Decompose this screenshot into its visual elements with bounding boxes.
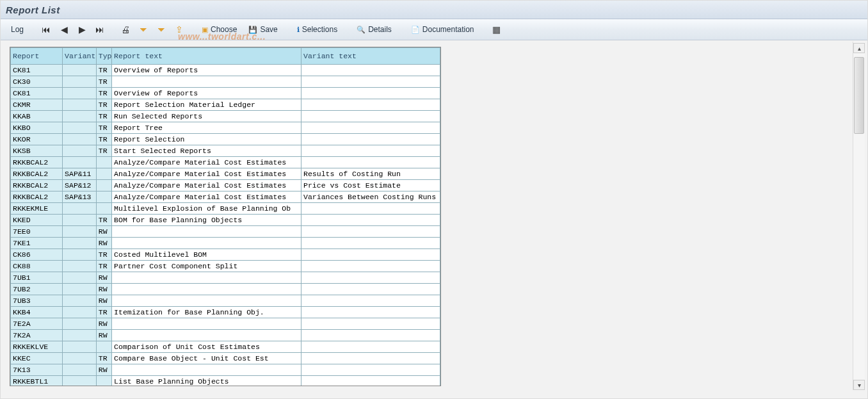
- table-cell: [96, 180, 111, 191]
- scroll-up-arrow-icon[interactable]: ▴: [853, 43, 865, 53]
- choose-button[interactable]: ▣ Choose: [198, 22, 241, 37]
- report-table[interactable]: Report Variant Typ Report text Variant t…: [10, 47, 440, 386]
- filter2-icon[interactable]: ⏷: [154, 22, 168, 37]
- table-cell: [63, 122, 97, 134]
- table-row[interactable]: RKKEBTL1List Base Planning Objects: [11, 376, 440, 387]
- table-row[interactable]: KKABTRRun Selected Reports: [11, 111, 440, 122]
- table-row[interactable]: 7UB1RW: [11, 272, 440, 284]
- table-cell: [301, 122, 440, 134]
- table-cell: Partner Cost Component Split: [112, 261, 301, 272]
- table-cell: [96, 157, 111, 168]
- table-cell: RW: [96, 284, 111, 295]
- save-button[interactable]: 💾 Save: [245, 22, 281, 37]
- table-cell: TR: [96, 76, 111, 88]
- table-row[interactable]: 7EE0RW: [11, 226, 440, 238]
- documentation-button-label: Documentation: [422, 25, 474, 34]
- table-cell: Itemization for Base Planning Obj.: [112, 307, 301, 318]
- table-cell: [301, 376, 440, 387]
- table-row[interactable]: KKORTRReport Selection: [11, 134, 440, 145]
- table-row[interactable]: CK30TR: [11, 76, 440, 88]
- col-header-typ[interactable]: Typ: [96, 48, 111, 65]
- table-cell: TR: [96, 111, 111, 122]
- table-row[interactable]: KKBOTRReport Tree: [11, 122, 440, 134]
- table-cell: [63, 238, 97, 249]
- table-row[interactable]: RKKBCAL2Analyze/Compare Material Cost Es…: [11, 157, 440, 168]
- table-row[interactable]: KKB4TRItemization for Base Planning Obj.: [11, 307, 440, 318]
- col-header-report[interactable]: Report: [11, 48, 63, 65]
- table-row[interactable]: 7E2ARW: [11, 318, 440, 330]
- table-cell: [301, 330, 440, 341]
- table-cell: Analyze/Compare Material Cost Estimates: [112, 168, 301, 180]
- save-button-label: Save: [260, 25, 277, 34]
- export-icon[interactable]: ⇪: [172, 22, 186, 37]
- vertical-scrollbar-thumb[interactable]: [854, 57, 864, 134]
- table-cell: Variances Between Costing Runs: [301, 191, 440, 203]
- table-row[interactable]: CK88TRPartner Cost Component Split: [11, 261, 440, 272]
- table-row[interactable]: 7K13RW: [11, 364, 440, 376]
- table-row[interactable]: RKKBCAL2SAP&11Analyze/Compare Material C…: [11, 168, 440, 180]
- filter-icon[interactable]: ⏷: [136, 22, 150, 37]
- first-page-icon[interactable]: ⏮: [39, 22, 53, 37]
- documentation-button[interactable]: 📄 Documentation: [407, 22, 478, 37]
- table-cell: TR: [96, 99, 111, 111]
- table-cell: [301, 134, 440, 145]
- layout-icon[interactable]: ▦: [490, 22, 504, 37]
- table-header-row[interactable]: Report Variant Typ Report text Variant t…: [11, 48, 440, 65]
- table-cell: [301, 261, 440, 272]
- table-cell: RKKBCAL2: [11, 180, 63, 191]
- table-cell: [96, 168, 111, 180]
- table-cell: CK88: [11, 261, 63, 272]
- table-cell: RW: [96, 318, 111, 330]
- table-cell: Run Selected Reports: [112, 111, 301, 122]
- table-row[interactable]: KKSBTRStart Selected Reports: [11, 145, 440, 157]
- table-cell: [301, 284, 440, 295]
- table-cell: [301, 65, 440, 76]
- table-row[interactable]: CK86TRCosted Multilevel BOM: [11, 249, 440, 261]
- table-row[interactable]: KKECTRCompare Base Object - Unit Cost Es…: [11, 353, 440, 364]
- table-row[interactable]: 7K2ARW: [11, 330, 440, 341]
- table-cell: KKB4: [11, 307, 63, 318]
- table-row[interactable]: RKKEKMLEMultilevel Explosion of Base Pla…: [11, 203, 440, 215]
- table-cell: RKKEKMLE: [11, 203, 63, 215]
- table-cell: TR: [96, 145, 111, 157]
- col-header-report-text[interactable]: Report text: [112, 48, 301, 65]
- table-row[interactable]: CK81TROverview of Reports: [11, 88, 440, 99]
- table-cell: [63, 318, 97, 330]
- table-cell: KKBO: [11, 122, 63, 134]
- table-cell: [301, 226, 440, 238]
- table-row[interactable]: RKKBCAL2SAP&13Analyze/Compare Material C…: [11, 191, 440, 203]
- table-row[interactable]: 7KE1RW: [11, 238, 440, 249]
- table-row[interactable]: CK81TROverview of Reports: [11, 65, 440, 76]
- table-row[interactable]: KKEDTRBOM for Base Planning Objects: [11, 215, 440, 226]
- table-cell: RW: [96, 295, 111, 307]
- table-cell: 7E2A: [11, 318, 63, 330]
- table-cell: [301, 203, 440, 215]
- table-cell: [63, 134, 97, 145]
- log-button[interactable]: Log: [7, 22, 28, 37]
- details-button[interactable]: 🔍 Details: [353, 22, 396, 37]
- next-page-icon[interactable]: ▶: [75, 22, 89, 37]
- table-row[interactable]: 7UB2RW: [11, 284, 440, 295]
- table-cell: 7UB1: [11, 272, 63, 284]
- table-row[interactable]: RKKEKLVEComparison of Unit Cost Estimate…: [11, 341, 440, 353]
- table-row[interactable]: RKKBCAL2SAP&12Analyze/Compare Material C…: [11, 180, 440, 191]
- table-row[interactable]: 7UB3RW: [11, 295, 440, 307]
- table-cell: 7UB2: [11, 284, 63, 295]
- selections-button[interactable]: ℹ Selections: [293, 22, 341, 37]
- table-cell: [63, 203, 97, 215]
- table-cell: Overview of Reports: [112, 65, 301, 76]
- table-cell: RKKEKLVE: [11, 341, 63, 353]
- toolbar: Log ⏮ ◀ ▶ ⏭ 🖨 ⏷ ⏷ ⇪ ▣ Choose 💾 Save ℹ Se…: [1, 19, 867, 40]
- print-icon[interactable]: 🖨: [118, 22, 133, 37]
- last-page-icon[interactable]: ⏭: [93, 22, 107, 37]
- prev-page-icon[interactable]: ◀: [57, 22, 71, 37]
- scroll-down-arrow-icon[interactable]: ▾: [853, 380, 865, 390]
- col-header-variant[interactable]: Variant: [63, 48, 97, 65]
- table-row[interactable]: CKMRTRReport Selection Material Ledger: [11, 99, 440, 111]
- col-header-variant-text[interactable]: Variant text: [301, 48, 440, 65]
- table-cell: TR: [96, 122, 111, 134]
- table-cell: CK86: [11, 249, 63, 261]
- table-cell: [63, 157, 97, 168]
- table-cell: 7UB3: [11, 295, 63, 307]
- page-title: Report List: [6, 4, 60, 15]
